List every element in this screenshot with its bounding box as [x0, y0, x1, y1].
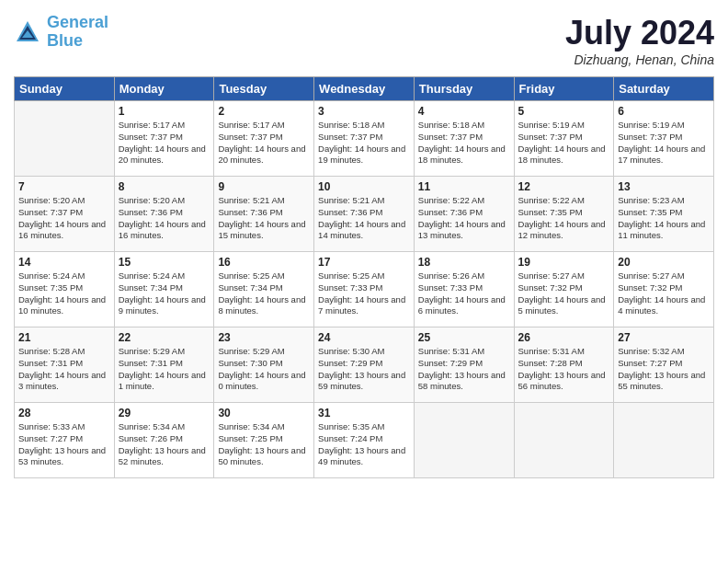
day-info: Sunrise: 5:32 AM Sunset: 7:27 PM Dayligh…	[618, 346, 710, 393]
day-info: Sunrise: 5:28 AM Sunset: 7:31 PM Dayligh…	[18, 346, 110, 393]
week-row-0: 1Sunrise: 5:17 AM Sunset: 7:37 PM Daylig…	[15, 101, 714, 177]
calendar-table: Sunday Monday Tuesday Wednesday Thursday…	[14, 76, 714, 478]
day-number: 24	[318, 331, 410, 344]
calendar-cell: 1Sunrise: 5:17 AM Sunset: 7:37 PM Daylig…	[114, 101, 214, 177]
day-info: Sunrise: 5:29 AM Sunset: 7:31 PM Dayligh…	[119, 346, 210, 393]
day-number: 26	[518, 331, 610, 344]
header-row: Sunday Monday Tuesday Wednesday Thursday…	[15, 77, 714, 101]
day-number: 14	[18, 256, 110, 269]
calendar-cell	[15, 101, 115, 177]
week-row-3: 21Sunrise: 5:28 AM Sunset: 7:31 PM Dayli…	[15, 327, 714, 403]
day-number: 10	[318, 180, 410, 193]
day-number: 6	[618, 105, 710, 118]
header: General Blue July 2024 Dizhuang, Henan, …	[14, 14, 714, 67]
day-info: Sunrise: 5:34 AM Sunset: 7:26 PM Dayligh…	[119, 421, 210, 468]
day-number: 23	[218, 331, 310, 344]
day-info: Sunrise: 5:31 AM Sunset: 7:28 PM Dayligh…	[518, 346, 610, 393]
th-saturday: Saturday	[614, 77, 714, 101]
th-sunday: Sunday	[15, 77, 115, 101]
logo-icon	[14, 18, 41, 46]
day-info: Sunrise: 5:25 AM Sunset: 7:34 PM Dayligh…	[218, 270, 310, 317]
calendar-cell: 22Sunrise: 5:29 AM Sunset: 7:31 PM Dayli…	[114, 327, 214, 403]
day-info: Sunrise: 5:21 AM Sunset: 7:36 PM Dayligh…	[218, 195, 310, 242]
day-info: Sunrise: 5:25 AM Sunset: 7:33 PM Dayligh…	[318, 270, 410, 317]
calendar-cell: 20Sunrise: 5:27 AM Sunset: 7:32 PM Dayli…	[614, 252, 714, 327]
day-number: 16	[218, 256, 310, 269]
calendar-cell: 26Sunrise: 5:31 AM Sunset: 7:28 PM Dayli…	[514, 327, 614, 403]
day-number: 13	[618, 180, 710, 193]
day-number: 31	[318, 407, 410, 419]
calendar-cell: 4Sunrise: 5:18 AM Sunset: 7:37 PM Daylig…	[414, 101, 514, 177]
logo-line2: Blue	[47, 32, 108, 51]
day-number: 19	[518, 256, 610, 269]
day-number: 28	[18, 407, 110, 419]
day-info: Sunrise: 5:24 AM Sunset: 7:35 PM Dayligh…	[18, 270, 110, 317]
day-number: 5	[518, 105, 610, 118]
th-monday: Monday	[114, 77, 214, 101]
calendar-cell: 16Sunrise: 5:25 AM Sunset: 7:34 PM Dayli…	[214, 252, 314, 327]
calendar-cell: 12Sunrise: 5:22 AM Sunset: 7:35 PM Dayli…	[514, 177, 614, 252]
day-info: Sunrise: 5:20 AM Sunset: 7:36 PM Dayligh…	[119, 195, 210, 242]
day-number: 30	[218, 407, 310, 419]
calendar-cell: 9Sunrise: 5:21 AM Sunset: 7:36 PM Daylig…	[214, 177, 314, 252]
logo-line1: General	[47, 13, 108, 31]
calendar-cell: 25Sunrise: 5:31 AM Sunset: 7:29 PM Dayli…	[414, 327, 514, 403]
logo-text: General Blue	[47, 14, 108, 51]
day-info: Sunrise: 5:19 AM Sunset: 7:37 PM Dayligh…	[518, 120, 610, 167]
logo: General Blue	[14, 14, 108, 51]
calendar-cell: 15Sunrise: 5:24 AM Sunset: 7:34 PM Dayli…	[114, 252, 214, 327]
calendar-cell: 14Sunrise: 5:24 AM Sunset: 7:35 PM Dayli…	[15, 252, 115, 327]
day-info: Sunrise: 5:20 AM Sunset: 7:37 PM Dayligh…	[18, 195, 110, 242]
calendar-cell	[414, 403, 514, 478]
th-friday: Friday	[514, 77, 614, 101]
day-number: 27	[618, 331, 710, 344]
th-tuesday: Tuesday	[214, 77, 314, 101]
day-info: Sunrise: 5:29 AM Sunset: 7:30 PM Dayligh…	[218, 346, 310, 393]
day-number: 4	[418, 105, 510, 118]
day-info: Sunrise: 5:30 AM Sunset: 7:29 PM Dayligh…	[318, 346, 410, 393]
day-info: Sunrise: 5:18 AM Sunset: 7:37 PM Dayligh…	[418, 120, 510, 167]
day-info: Sunrise: 5:31 AM Sunset: 7:29 PM Dayligh…	[418, 346, 510, 393]
day-number: 12	[518, 180, 610, 193]
calendar-cell: 24Sunrise: 5:30 AM Sunset: 7:29 PM Dayli…	[314, 327, 415, 403]
calendar-cell: 11Sunrise: 5:22 AM Sunset: 7:36 PM Dayli…	[414, 177, 514, 252]
day-info: Sunrise: 5:17 AM Sunset: 7:37 PM Dayligh…	[218, 120, 310, 167]
calendar-cell: 17Sunrise: 5:25 AM Sunset: 7:33 PM Dayli…	[314, 252, 415, 327]
calendar-cell: 23Sunrise: 5:29 AM Sunset: 7:30 PM Dayli…	[214, 327, 314, 403]
day-info: Sunrise: 5:35 AM Sunset: 7:24 PM Dayligh…	[318, 421, 410, 468]
day-number: 1	[119, 105, 210, 118]
location: Dizhuang, Henan, China	[565, 52, 714, 67]
day-info: Sunrise: 5:34 AM Sunset: 7:25 PM Dayligh…	[218, 421, 310, 468]
day-number: 21	[18, 331, 110, 344]
day-info: Sunrise: 5:27 AM Sunset: 7:32 PM Dayligh…	[518, 270, 610, 317]
week-row-2: 14Sunrise: 5:24 AM Sunset: 7:35 PM Dayli…	[15, 252, 714, 327]
day-info: Sunrise: 5:19 AM Sunset: 7:37 PM Dayligh…	[618, 120, 710, 167]
day-info: Sunrise: 5:24 AM Sunset: 7:34 PM Dayligh…	[119, 270, 210, 317]
page: General Blue July 2024 Dizhuang, Henan, …	[0, 0, 728, 563]
day-number: 17	[318, 256, 410, 269]
day-number: 8	[119, 180, 210, 193]
day-info: Sunrise: 5:22 AM Sunset: 7:36 PM Dayligh…	[418, 195, 510, 242]
day-number: 11	[418, 180, 510, 193]
month-title: July 2024	[565, 14, 714, 52]
calendar-cell: 3Sunrise: 5:18 AM Sunset: 7:37 PM Daylig…	[314, 101, 415, 177]
day-info: Sunrise: 5:21 AM Sunset: 7:36 PM Dayligh…	[318, 195, 410, 242]
th-thursday: Thursday	[414, 77, 514, 101]
calendar-cell: 28Sunrise: 5:33 AM Sunset: 7:27 PM Dayli…	[15, 403, 115, 478]
calendar-cell: 18Sunrise: 5:26 AM Sunset: 7:33 PM Dayli…	[414, 252, 514, 327]
day-info: Sunrise: 5:26 AM Sunset: 7:33 PM Dayligh…	[418, 270, 510, 317]
calendar-cell: 13Sunrise: 5:23 AM Sunset: 7:35 PM Dayli…	[614, 177, 714, 252]
week-row-4: 28Sunrise: 5:33 AM Sunset: 7:27 PM Dayli…	[15, 403, 714, 478]
calendar-cell: 31Sunrise: 5:35 AM Sunset: 7:24 PM Dayli…	[314, 403, 415, 478]
calendar-cell	[614, 403, 714, 478]
th-wednesday: Wednesday	[314, 77, 415, 101]
calendar-cell: 19Sunrise: 5:27 AM Sunset: 7:32 PM Dayli…	[514, 252, 614, 327]
calendar-cell: 29Sunrise: 5:34 AM Sunset: 7:26 PM Dayli…	[114, 403, 214, 478]
day-number: 25	[418, 331, 510, 344]
calendar-cell: 2Sunrise: 5:17 AM Sunset: 7:37 PM Daylig…	[214, 101, 314, 177]
calendar-cell: 8Sunrise: 5:20 AM Sunset: 7:36 PM Daylig…	[114, 177, 214, 252]
calendar-cell	[514, 403, 614, 478]
day-number: 18	[418, 256, 510, 269]
day-info: Sunrise: 5:22 AM Sunset: 7:35 PM Dayligh…	[518, 195, 610, 242]
calendar-cell: 5Sunrise: 5:19 AM Sunset: 7:37 PM Daylig…	[514, 101, 614, 177]
